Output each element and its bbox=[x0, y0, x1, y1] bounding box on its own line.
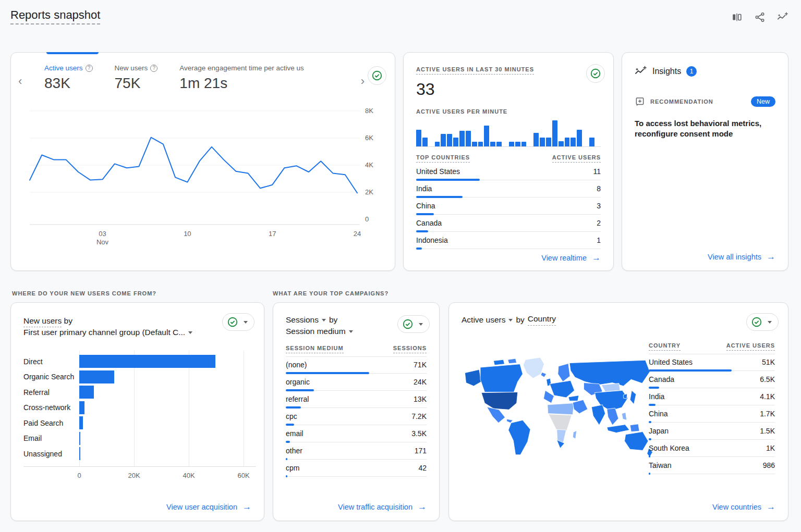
realtime-title[interactable]: ACTIVE USERS IN LAST 30 MINUTES bbox=[416, 66, 534, 75]
metric-tab-active-users[interactable]: Active users? 83K bbox=[44, 64, 93, 92]
session-medium-row: referral13K bbox=[286, 391, 427, 409]
session-medium-row: other171 bbox=[286, 443, 427, 460]
view-countries-link[interactable]: View countries→ bbox=[712, 502, 775, 512]
metric-value: 1m 21s bbox=[179, 75, 304, 92]
top-countries-column-header[interactable]: TOP COUNTRIES bbox=[416, 154, 470, 163]
axis-tick-label: 40K bbox=[183, 472, 195, 479]
metric-label[interactable]: New users bbox=[115, 64, 148, 72]
insights-sparkline-icon[interactable] bbox=[777, 11, 788, 23]
row-value: 1 bbox=[597, 236, 601, 244]
minute-bar bbox=[540, 138, 545, 146]
chevron-down-icon[interactable] bbox=[322, 319, 326, 321]
view-user-acquisition-link[interactable]: View user acquisition→ bbox=[166, 502, 251, 512]
row-label: India bbox=[649, 392, 664, 401]
row-label: Canada bbox=[416, 219, 442, 227]
view-realtime-link[interactable]: View realtime→ bbox=[541, 253, 601, 263]
row-label: Japan bbox=[649, 427, 669, 435]
bar-fill[interactable] bbox=[79, 416, 83, 429]
compare-icon[interactable] bbox=[731, 11, 743, 23]
country-column-header[interactable]: COUNTRY bbox=[649, 342, 681, 351]
bar-category-label: Paid Search bbox=[23, 419, 79, 427]
row-value: 13K bbox=[414, 395, 427, 403]
data-quality-badge[interactable] bbox=[368, 66, 386, 85]
data-quality-dropdown[interactable] bbox=[746, 313, 779, 331]
insights-count-badge[interactable]: 1 bbox=[686, 66, 697, 77]
prev-metrics-chevron[interactable]: ‹ bbox=[18, 76, 22, 87]
chevron-down-icon[interactable] bbox=[188, 331, 192, 334]
chart-axis-line bbox=[23, 466, 256, 467]
bar-fill[interactable] bbox=[79, 370, 115, 383]
view-traffic-acquisition-link[interactable]: View traffic acquisition→ bbox=[338, 502, 427, 512]
chevron-down-icon[interactable] bbox=[508, 319, 513, 321]
minute-bar bbox=[509, 142, 514, 146]
metric-label[interactable]: Active users bbox=[44, 64, 83, 72]
bar-category-label: Referral bbox=[23, 388, 79, 397]
realtime-active-users-value: 33 bbox=[416, 80, 601, 99]
view-all-insights-link[interactable]: View all insights→ bbox=[708, 252, 775, 262]
row-label: other bbox=[286, 447, 302, 455]
row-value: 2 bbox=[597, 219, 601, 227]
realtime-country-row: Indonesia1 bbox=[416, 232, 601, 250]
row-progress-track bbox=[649, 473, 775, 475]
session-medium-list: (none)71Korganic24Kreferral13Kcpc7.2Kema… bbox=[286, 357, 427, 477]
sessions-column-header[interactable]: SESSIONS bbox=[393, 345, 427, 353]
active-users-column-header[interactable]: ACTIVE USERS bbox=[552, 154, 601, 163]
country-row: Canada6.5K bbox=[649, 372, 775, 389]
share-icon[interactable] bbox=[754, 11, 766, 23]
active-users-column-header[interactable]: ACTIVE USERS bbox=[726, 342, 775, 351]
chevron-down-icon[interactable] bbox=[349, 330, 353, 333]
svg-text:8K: 8K bbox=[365, 107, 373, 115]
page-title[interactable]: Reports snapshot bbox=[10, 8, 100, 24]
country-row: United States51K bbox=[649, 354, 775, 372]
row-value: 3.5K bbox=[411, 429, 427, 438]
bar-fill[interactable] bbox=[79, 401, 85, 414]
recommendation-row: RECOMMENDATION New bbox=[635, 96, 775, 107]
metric-selector[interactable]: New users bbox=[23, 316, 62, 327]
metric-tab-engagement-time[interactable]: Average engagement time per active us 1m… bbox=[179, 64, 304, 92]
metric-selector[interactable]: Active users bbox=[462, 315, 505, 325]
metric-tab-new-users[interactable]: New users? 75K bbox=[115, 64, 158, 92]
row-progress-track bbox=[416, 248, 601, 250]
data-quality-dropdown[interactable] bbox=[222, 313, 254, 331]
insights-sparkline-icon bbox=[635, 65, 647, 78]
metric-selector[interactable]: Sessions bbox=[286, 314, 319, 326]
session-medium-row: cpm42 bbox=[286, 460, 427, 477]
minute-bar bbox=[565, 138, 570, 146]
next-metrics-chevron[interactable]: › bbox=[361, 76, 365, 87]
country-row: Japan1.5K bbox=[649, 423, 775, 440]
row-label: India bbox=[416, 184, 432, 193]
recommendation-text[interactable]: To access lost behavioral metrics, recon… bbox=[635, 118, 775, 140]
data-quality-badge[interactable] bbox=[586, 64, 605, 83]
dimension-selector[interactable]: First user primary channel group (Defaul… bbox=[23, 327, 185, 338]
campaigns-card: Sessionsby Session medium SESSION MEDIUM… bbox=[273, 302, 440, 521]
world-map-choropleth[interactable] bbox=[460, 349, 659, 465]
arrow-right-icon: → bbox=[592, 253, 601, 263]
minute-bar bbox=[478, 142, 483, 146]
row-value: 171 bbox=[415, 447, 427, 455]
minute-bar bbox=[459, 131, 465, 146]
bar-fill[interactable] bbox=[79, 447, 80, 460]
arrow-right-icon: → bbox=[418, 502, 427, 512]
bar-track bbox=[79, 386, 253, 399]
minute-bar bbox=[490, 142, 495, 146]
svg-text:4K: 4K bbox=[365, 161, 373, 169]
dimension-selector[interactable]: Session medium bbox=[286, 326, 346, 337]
check-circle-icon bbox=[227, 316, 238, 328]
help-icon[interactable]: ? bbox=[150, 65, 157, 72]
minute-bar bbox=[472, 142, 477, 146]
row-progress-fill bbox=[286, 475, 287, 477]
help-icon[interactable]: ? bbox=[86, 65, 93, 72]
data-quality-dropdown[interactable] bbox=[397, 315, 430, 333]
dimension-selector[interactable]: Country bbox=[528, 314, 556, 326]
map-card: Active users by Country bbox=[448, 302, 788, 521]
metric-label[interactable]: Average engagement time per active us bbox=[179, 64, 304, 72]
bar-fill[interactable] bbox=[79, 355, 215, 368]
row-value: 24K bbox=[414, 378, 427, 386]
row-label: email bbox=[286, 429, 303, 438]
bar-fill[interactable] bbox=[79, 386, 94, 399]
svg-text:Nov: Nov bbox=[96, 238, 109, 246]
session-medium-column-header[interactable]: SESSION MEDIUM bbox=[286, 345, 344, 353]
bar-fill[interactable] bbox=[79, 432, 80, 445]
chevron-down-icon bbox=[244, 321, 248, 324]
chart-rows: DirectOrganic SearchReferralCross-networ… bbox=[23, 354, 253, 462]
